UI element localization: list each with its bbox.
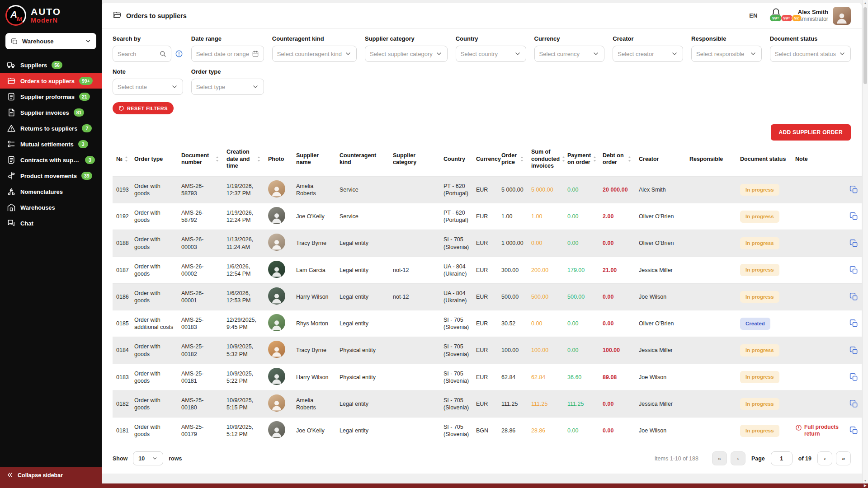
column-debt[interactable]: Debt on order [599, 145, 635, 176]
first-page-button[interactable]: « [712, 451, 727, 465]
copy-button[interactable] [849, 291, 859, 302]
cell-supplier-name: Harry Wilson [292, 364, 336, 390]
vertical-scrollbar[interactable]: ▲ ▼ [862, 0, 868, 483]
cell-creation-date: 1/13/2026, 11:24 AM [223, 230, 264, 257]
table-row[interactable]: 0193Order with goodsAMS-26-587931/19/202… [113, 176, 865, 203]
table-row[interactable]: 0186Order with goodsAMS-26-000011/6/2026… [113, 283, 865, 310]
search-input[interactable]: Search [113, 46, 171, 62]
counteragent-kind-select[interactable]: Select counteragent kind [272, 46, 357, 62]
copy-button[interactable] [849, 211, 859, 222]
table-row[interactable]: 0188Order with goodsAMS-26-000031/13/202… [113, 230, 865, 257]
copy-button[interactable] [849, 345, 859, 356]
sidebar-item-returns-to-suppliers[interactable]: Returns to suppliers7 [0, 121, 102, 136]
table-row[interactable]: 0181Order with goodsAMS-25-0017910/9/202… [113, 418, 865, 444]
cell-counteragent-kind: Legal entity [336, 283, 389, 310]
scroll-down-arrow[interactable]: ▼ [863, 479, 868, 482]
cell-currency: EUR [472, 390, 498, 417]
sidebar-item-orders-to-suppliers[interactable]: Orders to suppliers99+ [0, 73, 102, 89]
next-page-button[interactable]: › [817, 451, 832, 465]
table-row[interactable]: 0187Order with goodsAMS-26-000021/6/2026… [113, 257, 865, 283]
cell-responsible [686, 203, 736, 230]
collapse-sidebar-button[interactable]: Collapse sidebar [0, 467, 102, 483]
column-label: Debt on order [603, 152, 626, 166]
table-row[interactable]: 0192Order with goodsAMS-26-587921/19/202… [113, 203, 865, 230]
page-size-select[interactable]: 10 [133, 451, 163, 465]
note-select[interactable]: Select note [113, 79, 183, 95]
cell-creator: Jessica Miller [635, 337, 686, 364]
table-row[interactable]: 0183Order with goodsAMS-25-0018110/9/202… [113, 364, 865, 390]
scroll-up-arrow[interactable]: ▲ [863, 1, 868, 5]
column-order-price[interactable]: Order price [498, 145, 528, 176]
horizontal-scrollbar[interactable]: ▶ [0, 483, 868, 488]
user-menu[interactable]: Alex Smith Administrator [795, 7, 851, 25]
copy-button[interactable] [849, 265, 859, 276]
creator-select[interactable]: Select creator [613, 46, 683, 62]
sidebar-item-label: Orders to suppliers [20, 78, 75, 84]
sidebar-item-supplier-proformas[interactable]: Supplier proformas21 [0, 89, 102, 104]
cell-document-status: In progress [736, 176, 792, 203]
table-row[interactable]: 0182Order with goodsAMS-25-0018010/9/202… [113, 390, 865, 417]
add-supplier-order-button[interactable]: ADD SUPPLIER ORDER [771, 124, 851, 141]
scrollbar-thumb[interactable] [863, 7, 867, 84]
copy-button[interactable] [849, 372, 859, 383]
sidebar-item-product-movements[interactable]: Product movements39 [0, 168, 102, 183]
sidebar-item-mutual-settlements[interactable]: Mutual settlements3 [0, 136, 102, 152]
cell-order-price: 28.86 [498, 418, 528, 444]
collapse-icon [6, 471, 14, 480]
prev-page-button[interactable]: ‹ [731, 451, 745, 465]
cell-creation-date: 1/6/2026, 12:54 PM [223, 257, 264, 283]
copy-button[interactable] [849, 425, 859, 436]
column-creation[interactable]: Creation date and time [223, 145, 264, 176]
sidebar-item-chat[interactable]: Chat [0, 216, 102, 231]
column-label: Creator [639, 156, 659, 163]
cell-responsible [686, 283, 736, 310]
document-status-select[interactable]: Select document status [770, 46, 851, 62]
column-doc-number[interactable]: Document number [178, 145, 223, 176]
cell-no: 0186 [113, 283, 131, 310]
page-input[interactable] [771, 451, 793, 465]
order-type-select[interactable]: Select type [191, 79, 264, 95]
sidebar-item-nomenclatures[interactable]: Nomenclatures [0, 184, 102, 199]
column-label: Country [443, 156, 465, 163]
language-switcher[interactable]: EN [749, 12, 757, 19]
reset-filters-button[interactable]: RESET FILTERS [113, 102, 174, 114]
cell-order-type: Order with goods [131, 257, 178, 283]
notifications-button[interactable]: 99+99+92 [771, 7, 781, 24]
table-header-row: №Order typeDocument numberCreation date … [113, 145, 865, 176]
cell-supplier-category: not-12 [389, 257, 440, 283]
placeholder: Select creator [618, 51, 668, 57]
sidebar-item-contracts-with-suppliers[interactable]: Contracts with suppliers3 [0, 152, 102, 168]
placeholder: Select country [461, 51, 511, 57]
warehouse-icon [7, 203, 16, 212]
filters-panel: Search bySearchDate rangeSelect date or … [102, 29, 862, 95]
cell-document-number: AMS-25-00180 [178, 390, 223, 417]
last-page-button[interactable]: » [836, 451, 851, 465]
supplier-photo [268, 394, 285, 412]
sort-icon [593, 156, 597, 162]
copy-button[interactable] [849, 399, 859, 409]
sidebar-item-supplier-invoices[interactable]: Supplier invoices81 [0, 105, 102, 120]
column-payment[interactable]: Payment on order [564, 145, 599, 176]
warehouse-selector[interactable]: Warehouse [5, 33, 96, 49]
table-row[interactable]: 0184Order with goodsAMS-25-0018210/9/202… [113, 337, 865, 364]
sidebar-item-suppliers[interactable]: Suppliers56 [0, 57, 102, 73]
country-select[interactable]: Select country [456, 46, 526, 62]
sidebar-item-warehouses[interactable]: Warehouses [0, 200, 102, 215]
copy-button[interactable] [849, 318, 859, 329]
responsible-select[interactable]: Select responsible [691, 46, 762, 62]
sidebar-item-label: Contracts with suppliers [20, 157, 80, 164]
status-badge: In progress [740, 237, 779, 249]
currency-select[interactable]: Select currency [534, 46, 605, 62]
column-invoices-sum[interactable]: Sum of conducted invoices [528, 145, 564, 176]
cell-order-type: Order with goods [131, 337, 178, 364]
copy-button[interactable] [849, 184, 859, 195]
date-range-input[interactable]: Select date or range [191, 46, 264, 62]
scroll-right-arrow[interactable]: ▶ [864, 484, 867, 488]
supplier-category-select[interactable]: Select supplier category [365, 46, 448, 62]
table-row[interactable]: 0185Order with additional costsAMS-25-00… [113, 310, 865, 337]
cell-document-status: In progress [736, 257, 792, 283]
nomenclature-icon [7, 187, 16, 196]
cell-document-status: In progress [736, 390, 792, 417]
copy-button[interactable] [849, 238, 859, 249]
column-no[interactable]: № [113, 145, 131, 176]
